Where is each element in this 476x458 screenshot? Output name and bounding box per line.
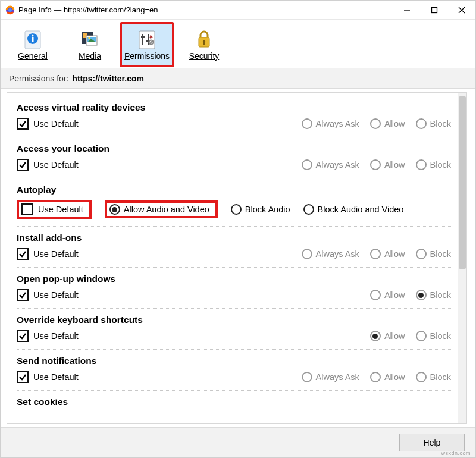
- permissions-pane: Access virtual reality devices Use Defau…: [1, 89, 475, 428]
- use-default-checkbox[interactable]: [21, 203, 33, 215]
- tab-label: Security: [189, 51, 220, 61]
- opt-allow-audio-video[interactable]: Allow Audio and Video: [109, 204, 209, 215]
- perm-notifications: Send notifications Use Default Always As…: [17, 350, 451, 391]
- permissions-for-label: Permissions for:: [9, 74, 68, 83]
- svg-rect-24: [203, 42, 205, 45]
- opt-block[interactable]: Block: [416, 249, 451, 259]
- permissions-for-url: https://twitter.com: [72, 74, 144, 83]
- highlight-allow-av: Allow Audio and Video: [105, 200, 218, 218]
- use-default-label: Use Default: [33, 372, 79, 382]
- svg-point-14: [88, 37, 90, 39]
- vertical-scrollbar[interactable]: [458, 93, 466, 423]
- svg-rect-8: [32, 37, 34, 42]
- opt-always-ask[interactable]: Always Ask: [302, 118, 359, 129]
- opt-allow[interactable]: Allow: [370, 290, 405, 300]
- perm-autoplay: Autoplay Use Default Allow Audio and Vid…: [17, 178, 451, 227]
- opt-allow[interactable]: Allow: [370, 249, 405, 259]
- use-default-checkbox[interactable]: [17, 118, 29, 130]
- perm-title: Access your location: [17, 143, 451, 154]
- perm-vr: Access virtual reality devices Use Defau…: [17, 96, 451, 137]
- use-default-label: Use Default: [33, 160, 79, 170]
- firefox-icon: [5, 5, 15, 15]
- use-default-label: Use Default: [33, 249, 79, 259]
- tab-security[interactable]: Security: [178, 23, 230, 66]
- perm-addons: Install add-ons Use Default Always Ask A…: [17, 227, 451, 268]
- use-default-checkbox[interactable]: [17, 289, 29, 301]
- use-default-checkbox[interactable]: [17, 248, 29, 260]
- perm-title: Access virtual reality devices: [17, 102, 451, 113]
- maximize-button[interactable]: [421, 1, 448, 20]
- perm-title: Set cookies: [17, 397, 451, 407]
- titlebar: Page Info — https://twitter.com/?lang=en: [1, 1, 475, 20]
- use-default-label: Use Default: [38, 205, 83, 214]
- opt-block[interactable]: Block: [416, 118, 451, 129]
- info-icon: [22, 29, 43, 50]
- permissions-icon: [136, 29, 158, 50]
- lock-icon: [193, 29, 215, 50]
- footer: Help: [1, 428, 475, 457]
- perm-cookies: Set cookies: [17, 391, 451, 419]
- perm-title: Override keyboard shortcuts: [17, 315, 451, 325]
- svg-point-9: [32, 34, 33, 36]
- toolbar: General Media Permissions Security: [1, 20, 475, 68]
- opt-block-audio-video[interactable]: Block Audio and Video: [303, 204, 404, 215]
- opt-allow[interactable]: Allow: [370, 118, 405, 129]
- opt-block[interactable]: Block: [416, 159, 451, 170]
- permissions-list: Access virtual reality devices Use Defau…: [7, 93, 458, 423]
- perm-title: Send notifications: [17, 356, 451, 366]
- svg-rect-18: [141, 36, 145, 38]
- opt-allow[interactable]: Allow: [370, 372, 405, 382]
- perm-title: Autoplay: [17, 184, 451, 195]
- help-button[interactable]: Help: [399, 434, 465, 451]
- watermark: wsxdn.com: [441, 450, 471, 456]
- media-icon: [79, 29, 101, 50]
- tab-label: Media: [79, 51, 101, 61]
- tab-media[interactable]: Media: [64, 23, 116, 66]
- svg-point-1: [8, 8, 12, 12]
- opt-always-ask[interactable]: Always Ask: [302, 159, 359, 170]
- opt-block-audio[interactable]: Block Audio: [231, 204, 290, 215]
- tab-label: General: [18, 51, 48, 61]
- opt-allow[interactable]: Allow: [370, 331, 405, 341]
- permissions-for-bar: Permissions for: https://twitter.com: [1, 68, 475, 89]
- opt-allow[interactable]: Allow: [370, 159, 405, 170]
- use-default-checkbox[interactable]: [17, 371, 29, 383]
- perm-title: Install add-ons: [17, 233, 451, 243]
- scroll-area: Access virtual reality devices Use Defau…: [7, 92, 467, 424]
- use-default-label: Use Default: [33, 331, 79, 341]
- perm-popups: Open pop-up windows Use Default Allow Bl…: [17, 268, 451, 309]
- use-default-checkbox[interactable]: [17, 159, 29, 171]
- perm-location: Access your location Use Default Always …: [17, 137, 451, 178]
- tab-general[interactable]: General: [7, 23, 59, 66]
- opt-always-ask[interactable]: Always Ask: [302, 249, 359, 259]
- scrollbar-thumb[interactable]: [459, 96, 466, 269]
- svg-rect-3: [432, 7, 437, 12]
- minimize-button[interactable]: [393, 1, 421, 20]
- window-title: Page Info — https://twitter.com/?lang=en: [18, 5, 393, 14]
- perm-title: Open pop-up windows: [17, 274, 451, 284]
- opt-block[interactable]: Block: [416, 331, 451, 341]
- use-default-label: Use Default: [33, 119, 79, 128]
- page-info-window: Page Info — https://twitter.com/?lang=en…: [0, 0, 476, 458]
- perm-shortcuts: Override keyboard shortcuts Use Default …: [17, 309, 451, 350]
- use-default-label: Use Default: [33, 290, 79, 300]
- opt-always-ask[interactable]: Always Ask: [302, 372, 359, 382]
- use-default-checkbox[interactable]: [17, 330, 29, 342]
- tab-permissions[interactable]: Permissions: [121, 23, 173, 66]
- close-button[interactable]: [448, 1, 475, 20]
- opt-block[interactable]: Block: [416, 372, 451, 382]
- highlight-use-default: Use Default: [17, 200, 92, 219]
- opt-block[interactable]: Block: [416, 290, 451, 300]
- tab-label: Permissions: [124, 51, 170, 61]
